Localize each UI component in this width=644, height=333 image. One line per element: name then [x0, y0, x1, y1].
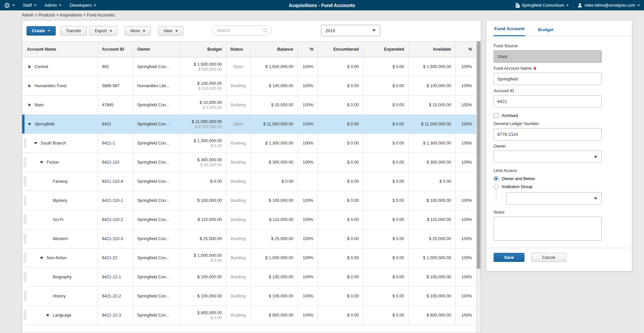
balance-percent-cell: 100%: [297, 153, 318, 172]
collapse-icon[interactable]: [40, 256, 44, 260]
globe-icon: [4, 2, 10, 8]
balance-percent-cell: 100%: [297, 76, 318, 96]
column-header-1[interactable]: Account ID: [98, 42, 133, 57]
menu-admin[interactable]: Admin: [41, 0, 66, 10]
tab-budget[interactable]: Budget: [537, 27, 554, 36]
table-row-central[interactable]: Central992Springfield Con...$ 1,500,000.…: [22, 57, 476, 76]
collapse-icon[interactable]: [28, 122, 32, 126]
column-header-0[interactable]: Account Name: [22, 42, 98, 57]
fund-account-name-input[interactable]: [494, 73, 602, 85]
scrollbar-thumb[interactable]: [477, 41, 480, 269]
archived-checkbox[interactable]: [494, 113, 499, 118]
available-cell: $ 100,000.00: [408, 268, 455, 287]
account-name-cell: Western: [22, 229, 98, 248]
budget-cell: $ 1,300,000.00$ 0.00: [180, 134, 226, 153]
create-button[interactable]: Create: [27, 26, 56, 36]
drag-handle-icon[interactable]: [24, 195, 27, 206]
expand-icon[interactable]: [28, 64, 32, 69]
menu-developers[interactable]: Developers: [65, 0, 100, 10]
column-header-9[interactable]: Available: [408, 42, 455, 57]
drag-handle-icon[interactable]: [24, 291, 27, 301]
expended-cell: $ 0.00: [363, 57, 408, 76]
column-header-2[interactable]: Owner: [133, 42, 180, 57]
owner-select[interactable]: [494, 151, 602, 163]
budget-cell: $ 10,000.00$ 5,000.00: [180, 96, 226, 115]
more-button[interactable]: More: [125, 26, 150, 36]
cancel-button[interactable]: Cancel: [531, 253, 566, 262]
menu-staff[interactable]: Staff: [19, 0, 41, 10]
institution-group-select[interactable]: [506, 192, 602, 205]
table-row-non-fiction[interactable]: Non-fiction6421-22Springfield Con...$ 1,…: [22, 248, 476, 268]
user-menu[interactable]: mike.hilmo@sirsidynix.com: [573, 0, 644, 10]
notes-textarea[interactable]: [494, 217, 602, 241]
drag-handle-icon[interactable]: [24, 233, 27, 244]
account-id-cell: 6421: [98, 115, 133, 134]
radio-selected-icon[interactable]: [494, 176, 499, 181]
table-row-history[interactable]: History6421-22-2Springfield Con...$ 100,…: [22, 287, 476, 306]
owner-cell: Springfield Con...: [133, 134, 180, 153]
view-button[interactable]: View: [158, 26, 183, 36]
account-name-cell: Fiction: [22, 153, 98, 172]
column-header-10[interactable]: %: [455, 42, 476, 57]
expand-icon[interactable]: [28, 103, 32, 107]
save-button[interactable]: Save: [494, 253, 524, 262]
table-row-language[interactable]: Language6421-22-3Springfield Con...$ 800…: [22, 306, 476, 325]
archived-checkbox-row[interactable]: Archived: [494, 113, 625, 118]
fund-source-label: Fund Source: [494, 44, 625, 48]
account-id-cell: 6421-110: [98, 153, 133, 172]
limit-access-option-1[interactable]: Institution Group: [494, 184, 625, 189]
account-name-cell: Fantasy: [22, 172, 98, 191]
available-cell: $ 300,000.00: [408, 153, 455, 172]
expander-spacer: [46, 275, 50, 279]
account-id-input[interactable]: [494, 95, 602, 108]
drag-handle-icon[interactable]: [24, 272, 27, 282]
collapse-icon[interactable]: [46, 313, 50, 318]
radio-unselected-icon[interactable]: [494, 184, 499, 189]
transfer-button[interactable]: Transfer: [60, 26, 87, 36]
balance-cell: $ 800,000.00: [250, 306, 297, 325]
collapse-icon[interactable]: [34, 141, 38, 146]
balance-cell: $ 110,000.00: [250, 210, 297, 229]
expand-icon[interactable]: [28, 84, 32, 88]
column-header-3[interactable]: Budget: [180, 42, 226, 57]
column-header-4[interactable]: Status: [226, 42, 250, 57]
table-row-fiction[interactable]: Fiction6421-110Springfield Con...$ 300,0…: [22, 153, 476, 172]
tab-fund-account[interactable]: Fund Account: [494, 26, 525, 36]
limit-access-option-0[interactable]: Owner and Below: [494, 176, 625, 181]
column-header-7[interactable]: Encumbered: [318, 42, 363, 57]
table-row-biography[interactable]: Biography6421-22-1Springfield Con...$ 10…: [22, 268, 476, 287]
limit-access-options: Owner and BelowInstitution Group: [494, 176, 625, 189]
drag-handle-icon[interactable]: [24, 253, 27, 263]
chevron-down-icon: [12, 5, 15, 6]
global-menu[interactable]: [0, 0, 19, 10]
table-row-western[interactable]: Western6421-110-3Springfield Con...$ 25,…: [22, 229, 476, 248]
export-button[interactable]: Export: [89, 26, 118, 36]
drag-handle-icon[interactable]: [24, 310, 27, 321]
column-header-8[interactable]: Expended: [363, 42, 408, 57]
available-percent-cell: 100%: [455, 268, 476, 287]
year-select[interactable]: 2015: [321, 25, 380, 36]
consortium-menu[interactable]: Springfield Consortium: [511, 0, 573, 10]
budget-cell: $ 110,000.00: [180, 210, 226, 229]
general-ledger-number-input[interactable]: [494, 128, 602, 141]
scrollbar-track[interactable]: [476, 41, 481, 333]
drag-handle-icon[interactable]: [24, 214, 27, 225]
drag-handle-icon[interactable]: [24, 176, 27, 187]
account-name-cell: Humanities Fund: [22, 76, 98, 96]
table-row-fantasy[interactable]: Fantasy6421-110-4Springfield Con...$ 0.0…: [22, 172, 476, 191]
drag-handle-icon[interactable]: [24, 138, 27, 149]
table-row-south-branch[interactable]: South Branch6421-1Springfield Con...$ 1,…: [22, 134, 476, 153]
table-row-sci-fi[interactable]: Sci-Fi6421-110-2Springfield Con...$ 110,…: [22, 210, 476, 229]
column-header-6[interactable]: %: [297, 42, 318, 57]
expander-spacer: [46, 217, 50, 222]
column-header-5[interactable]: Balance: [250, 42, 297, 57]
search-icon: [263, 28, 268, 33]
table-row-main[interactable]: Main47845Springfield Con...$ 10,000.00$ …: [22, 96, 476, 115]
table-row-mystery[interactable]: Mystery6421-110-1Springfield Con...$ 100…: [22, 191, 476, 210]
collapse-icon[interactable]: [40, 160, 44, 165]
table-row-springfield[interactable]: Springfield6421Springfield Con...$ 11,00…: [22, 115, 476, 134]
drag-handle-icon[interactable]: [24, 157, 27, 168]
general-ledger-number-label: General Ledger Number: [494, 121, 625, 126]
account-name-text: Mystery: [53, 198, 67, 203]
table-row-humanities-fund[interactable]: Humanities Fund5885-987Humanities Libr..…: [22, 76, 476, 96]
